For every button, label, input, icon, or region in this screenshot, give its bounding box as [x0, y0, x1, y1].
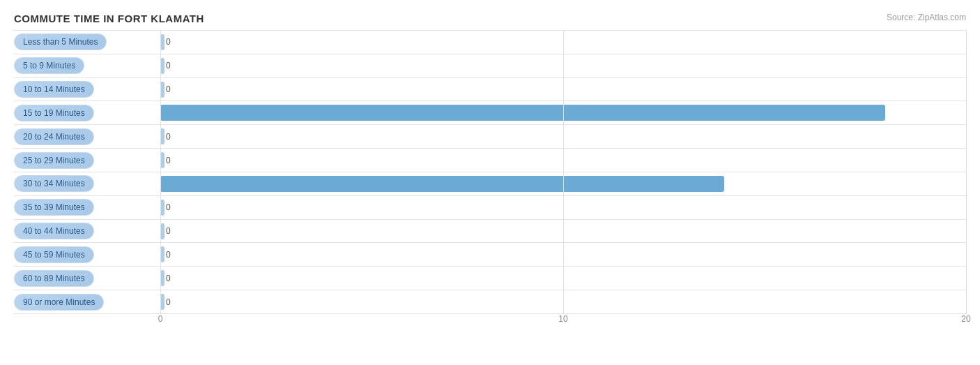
bar-value: 0 [166, 132, 171, 142]
bar-value: 0 [166, 274, 171, 283]
bar-fill [160, 223, 164, 239]
bar-track: 0 [160, 220, 966, 243]
bar-value: 0 [166, 84, 171, 94]
bar-label: 90 or more Minutes [14, 294, 104, 311]
bar-fill: 14 [160, 176, 724, 192]
grid-line [966, 30, 967, 314]
bar-row: 60 to 89 Minutes0 [14, 267, 966, 290]
bar-value: 18 [953, 108, 962, 118]
bar-row: 20 to 24 Minutes0 [14, 125, 966, 149]
bar-label: 30 to 34 Minutes [14, 175, 94, 192]
bar-row: 5 to 9 Minutes0 [14, 54, 966, 78]
bar-label: 60 to 89 Minutes [14, 270, 94, 287]
bar-track: 0 [160, 267, 966, 290]
bar-row: 40 to 44 Minutes0 [14, 220, 966, 244]
bar-fill [160, 128, 164, 144]
bar-fill [160, 152, 164, 168]
bar-label: 40 to 44 Minutes [14, 223, 94, 239]
bar-row: 15 to 19 Minutes18 [14, 101, 966, 125]
bar-fill [160, 294, 164, 310]
x-axis: 01020 [160, 314, 966, 334]
x-tick: 0 [158, 314, 163, 324]
bar-label: 35 to 39 Minutes [14, 199, 94, 216]
bar-label: Less than 5 Minutes [14, 33, 107, 50]
source-label: Source: ZipAtlas.com [887, 13, 966, 22]
bar-row: 30 to 34 Minutes14 [14, 172, 966, 196]
bar-label: 5 to 9 Minutes [14, 57, 84, 74]
x-tick: 10 [558, 314, 567, 324]
bar-fill [160, 82, 164, 98]
bar-value: 0 [166, 202, 171, 212]
bar-label: 25 to 29 Minutes [14, 152, 94, 169]
bar-fill [160, 270, 164, 286]
bar-fill [160, 200, 164, 216]
bar-label: 20 to 24 Minutes [14, 128, 94, 145]
bar-value: 0 [166, 226, 171, 236]
bar-track: 0 [160, 54, 966, 77]
bar-track: 0 [160, 125, 966, 148]
bar-fill [160, 58, 164, 74]
chart-area: Less than 5 Minutes05 to 9 Minutes010 to… [14, 30, 966, 334]
bar-track: 0 [160, 243, 966, 266]
bar-fill [160, 246, 164, 262]
bar-value: 0 [166, 297, 171, 307]
bar-value: 0 [166, 37, 171, 47]
bar-track: 0 [160, 290, 966, 313]
bar-value: 0 [166, 156, 171, 165]
bar-row: Less than 5 Minutes0 [14, 30, 966, 54]
chart-title: COMMUTE TIME IN FORT KLAMATH [14, 13, 966, 24]
bar-row: 35 to 39 Minutes0 [14, 196, 966, 220]
bars-section: Less than 5 Minutes05 to 9 Minutes010 to… [14, 30, 966, 314]
bar-fill: 18 [160, 105, 885, 121]
bar-fill [160, 34, 164, 50]
chart-container: COMMUTE TIME IN FORT KLAMATH Source: Zip… [0, 0, 980, 365]
bar-value: 14 [953, 179, 962, 188]
bar-track: 0 [160, 78, 966, 101]
bar-row: 10 to 14 Minutes0 [14, 78, 966, 102]
bar-track: 0 [160, 196, 966, 219]
bar-value: 0 [166, 61, 171, 70]
bar-label: 45 to 59 Minutes [14, 246, 94, 263]
bar-row: 90 or more Minutes0 [14, 290, 966, 314]
bar-track: 14 [160, 172, 966, 195]
x-tick: 20 [961, 314, 970, 324]
bar-track: 0 [160, 149, 966, 172]
bar-label: 10 to 14 Minutes [14, 81, 94, 98]
bar-track: 18 [160, 101, 966, 124]
bar-track: 0 [160, 31, 966, 54]
bar-row: 45 to 59 Minutes0 [14, 243, 966, 267]
bar-row: 25 to 29 Minutes0 [14, 149, 966, 172]
bar-label: 15 to 19 Minutes [14, 105, 94, 121]
bar-value: 0 [166, 250, 171, 260]
